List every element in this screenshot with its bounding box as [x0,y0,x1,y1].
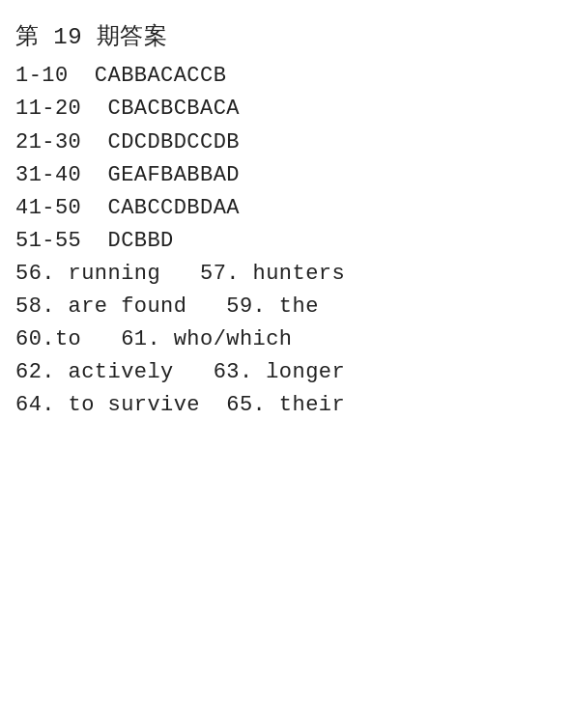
answers-56-57: 56. running 57. hunters [15,258,557,291]
page-title: 第 19 期答案 [15,19,557,56]
answers-51-55: 51-55 DCBBD [15,225,557,258]
answers-64-65: 64. to survive 65. their [15,389,557,422]
answers-60-61: 60.to 61. who/which [15,323,557,356]
answers-62-63: 62. actively 63. longer [15,356,557,389]
answers-31-40: 31-40 GEAFBABBAD [15,159,557,192]
answer-sheet: 第 19 期答案 1-10 CABBACACCB 11-20 CBACBCBAC… [15,19,557,422]
answers-11-20: 11-20 CBACBCBACA [15,93,557,126]
answers-58-59: 58. are found 59. the [15,291,557,323]
answers-21-30: 21-30 CDCDBDCCDB [15,126,557,159]
answers-1-10: 1-10 CABBACACCB [15,60,557,93]
answers-41-50: 41-50 CABCCDBDAA [15,192,557,225]
